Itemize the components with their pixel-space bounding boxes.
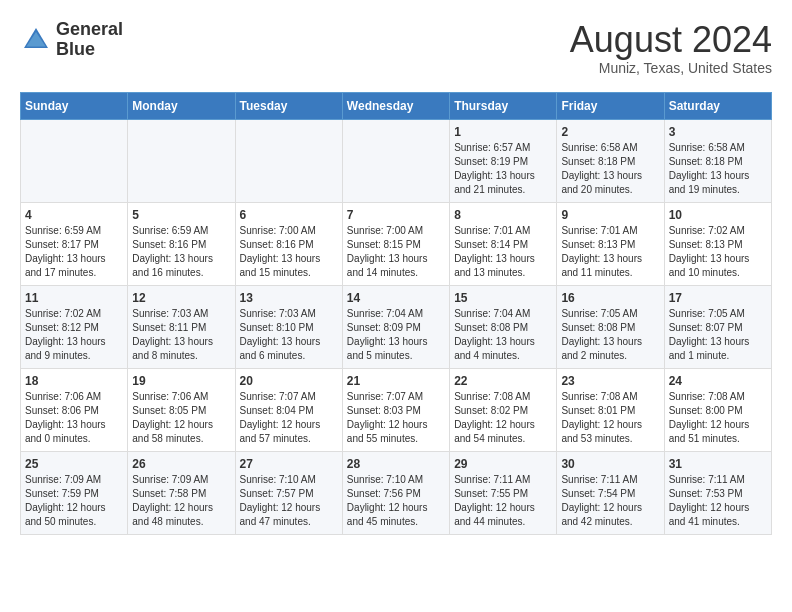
day-number: 19 (132, 374, 230, 388)
day-info: Sunrise: 7:01 AM Sunset: 8:13 PM Dayligh… (561, 224, 659, 280)
calendar-cell: 23Sunrise: 7:08 AM Sunset: 8:01 PM Dayli… (557, 368, 664, 451)
calendar-cell (128, 119, 235, 202)
day-number: 9 (561, 208, 659, 222)
calendar-cell: 21Sunrise: 7:07 AM Sunset: 8:03 PM Dayli… (342, 368, 449, 451)
calendar-cell: 3Sunrise: 6:58 AM Sunset: 8:18 PM Daylig… (664, 119, 771, 202)
calendar-cell: 15Sunrise: 7:04 AM Sunset: 8:08 PM Dayli… (450, 285, 557, 368)
day-number: 25 (25, 457, 123, 471)
calendar-cell: 11Sunrise: 7:02 AM Sunset: 8:12 PM Dayli… (21, 285, 128, 368)
day-info: Sunrise: 7:10 AM Sunset: 7:57 PM Dayligh… (240, 473, 338, 529)
weekday-header-saturday: Saturday (664, 92, 771, 119)
day-number: 16 (561, 291, 659, 305)
weekday-header-thursday: Thursday (450, 92, 557, 119)
calendar-cell (342, 119, 449, 202)
day-info: Sunrise: 7:00 AM Sunset: 8:16 PM Dayligh… (240, 224, 338, 280)
calendar-cell: 26Sunrise: 7:09 AM Sunset: 7:58 PM Dayli… (128, 451, 235, 534)
day-number: 30 (561, 457, 659, 471)
day-number: 15 (454, 291, 552, 305)
title-block: August 2024 Muniz, Texas, United States (570, 20, 772, 76)
day-info: Sunrise: 6:58 AM Sunset: 8:18 PM Dayligh… (561, 141, 659, 197)
logo-text: General Blue (56, 20, 123, 60)
day-number: 20 (240, 374, 338, 388)
day-number: 10 (669, 208, 767, 222)
calendar-week-row: 11Sunrise: 7:02 AM Sunset: 8:12 PM Dayli… (21, 285, 772, 368)
calendar-week-row: 25Sunrise: 7:09 AM Sunset: 7:59 PM Dayli… (21, 451, 772, 534)
logo: General Blue (20, 20, 123, 60)
calendar-cell: 28Sunrise: 7:10 AM Sunset: 7:56 PM Dayli… (342, 451, 449, 534)
calendar-cell: 8Sunrise: 7:01 AM Sunset: 8:14 PM Daylig… (450, 202, 557, 285)
day-number: 22 (454, 374, 552, 388)
calendar-cell: 12Sunrise: 7:03 AM Sunset: 8:11 PM Dayli… (128, 285, 235, 368)
calendar-cell: 22Sunrise: 7:08 AM Sunset: 8:02 PM Dayli… (450, 368, 557, 451)
day-info: Sunrise: 7:08 AM Sunset: 8:01 PM Dayligh… (561, 390, 659, 446)
weekday-header-friday: Friday (557, 92, 664, 119)
day-info: Sunrise: 7:01 AM Sunset: 8:14 PM Dayligh… (454, 224, 552, 280)
day-number: 1 (454, 125, 552, 139)
day-info: Sunrise: 7:11 AM Sunset: 7:54 PM Dayligh… (561, 473, 659, 529)
day-number: 31 (669, 457, 767, 471)
day-number: 11 (25, 291, 123, 305)
day-info: Sunrise: 7:09 AM Sunset: 7:59 PM Dayligh… (25, 473, 123, 529)
day-info: Sunrise: 7:08 AM Sunset: 8:00 PM Dayligh… (669, 390, 767, 446)
day-number: 7 (347, 208, 445, 222)
calendar-cell: 10Sunrise: 7:02 AM Sunset: 8:13 PM Dayli… (664, 202, 771, 285)
day-info: Sunrise: 6:58 AM Sunset: 8:18 PM Dayligh… (669, 141, 767, 197)
logo-icon (20, 24, 52, 56)
calendar-cell: 6Sunrise: 7:00 AM Sunset: 8:16 PM Daylig… (235, 202, 342, 285)
day-info: Sunrise: 6:59 AM Sunset: 8:17 PM Dayligh… (25, 224, 123, 280)
day-info: Sunrise: 7:00 AM Sunset: 8:15 PM Dayligh… (347, 224, 445, 280)
day-number: 26 (132, 457, 230, 471)
day-number: 27 (240, 457, 338, 471)
day-number: 21 (347, 374, 445, 388)
calendar-cell: 30Sunrise: 7:11 AM Sunset: 7:54 PM Dayli… (557, 451, 664, 534)
weekday-header-sunday: Sunday (21, 92, 128, 119)
calendar-cell (21, 119, 128, 202)
day-number: 3 (669, 125, 767, 139)
calendar-week-row: 4Sunrise: 6:59 AM Sunset: 8:17 PM Daylig… (21, 202, 772, 285)
day-number: 28 (347, 457, 445, 471)
day-info: Sunrise: 7:06 AM Sunset: 8:05 PM Dayligh… (132, 390, 230, 446)
calendar-cell: 31Sunrise: 7:11 AM Sunset: 7:53 PM Dayli… (664, 451, 771, 534)
day-number: 5 (132, 208, 230, 222)
calendar-cell: 7Sunrise: 7:00 AM Sunset: 8:15 PM Daylig… (342, 202, 449, 285)
day-info: Sunrise: 7:04 AM Sunset: 8:08 PM Dayligh… (454, 307, 552, 363)
day-number: 8 (454, 208, 552, 222)
calendar-cell: 13Sunrise: 7:03 AM Sunset: 8:10 PM Dayli… (235, 285, 342, 368)
weekday-header-row: SundayMondayTuesdayWednesdayThursdayFrid… (21, 92, 772, 119)
weekday-header-tuesday: Tuesday (235, 92, 342, 119)
day-info: Sunrise: 7:04 AM Sunset: 8:09 PM Dayligh… (347, 307, 445, 363)
month-title: August 2024 (570, 20, 772, 60)
calendar-cell: 17Sunrise: 7:05 AM Sunset: 8:07 PM Dayli… (664, 285, 771, 368)
day-info: Sunrise: 7:03 AM Sunset: 8:11 PM Dayligh… (132, 307, 230, 363)
logo-line1: General (56, 20, 123, 40)
day-info: Sunrise: 7:07 AM Sunset: 8:04 PM Dayligh… (240, 390, 338, 446)
calendar-cell: 5Sunrise: 6:59 AM Sunset: 8:16 PM Daylig… (128, 202, 235, 285)
day-number: 23 (561, 374, 659, 388)
day-info: Sunrise: 7:05 AM Sunset: 8:08 PM Dayligh… (561, 307, 659, 363)
day-info: Sunrise: 7:08 AM Sunset: 8:02 PM Dayligh… (454, 390, 552, 446)
day-number: 4 (25, 208, 123, 222)
calendar-table: SundayMondayTuesdayWednesdayThursdayFrid… (20, 92, 772, 535)
calendar-cell: 27Sunrise: 7:10 AM Sunset: 7:57 PM Dayli… (235, 451, 342, 534)
day-info: Sunrise: 7:11 AM Sunset: 7:55 PM Dayligh… (454, 473, 552, 529)
day-info: Sunrise: 6:57 AM Sunset: 8:19 PM Dayligh… (454, 141, 552, 197)
day-info: Sunrise: 6:59 AM Sunset: 8:16 PM Dayligh… (132, 224, 230, 280)
day-info: Sunrise: 7:03 AM Sunset: 8:10 PM Dayligh… (240, 307, 338, 363)
calendar-week-row: 18Sunrise: 7:06 AM Sunset: 8:06 PM Dayli… (21, 368, 772, 451)
day-info: Sunrise: 7:02 AM Sunset: 8:13 PM Dayligh… (669, 224, 767, 280)
logo-line2: Blue (56, 40, 123, 60)
day-info: Sunrise: 7:05 AM Sunset: 8:07 PM Dayligh… (669, 307, 767, 363)
calendar-cell: 4Sunrise: 6:59 AM Sunset: 8:17 PM Daylig… (21, 202, 128, 285)
day-info: Sunrise: 7:02 AM Sunset: 8:12 PM Dayligh… (25, 307, 123, 363)
day-number: 6 (240, 208, 338, 222)
day-number: 12 (132, 291, 230, 305)
calendar-cell: 24Sunrise: 7:08 AM Sunset: 8:00 PM Dayli… (664, 368, 771, 451)
day-number: 13 (240, 291, 338, 305)
day-info: Sunrise: 7:06 AM Sunset: 8:06 PM Dayligh… (25, 390, 123, 446)
calendar-cell: 16Sunrise: 7:05 AM Sunset: 8:08 PM Dayli… (557, 285, 664, 368)
calendar-week-row: 1Sunrise: 6:57 AM Sunset: 8:19 PM Daylig… (21, 119, 772, 202)
calendar-cell: 1Sunrise: 6:57 AM Sunset: 8:19 PM Daylig… (450, 119, 557, 202)
weekday-header-monday: Monday (128, 92, 235, 119)
calendar-cell (235, 119, 342, 202)
calendar-cell: 29Sunrise: 7:11 AM Sunset: 7:55 PM Dayli… (450, 451, 557, 534)
